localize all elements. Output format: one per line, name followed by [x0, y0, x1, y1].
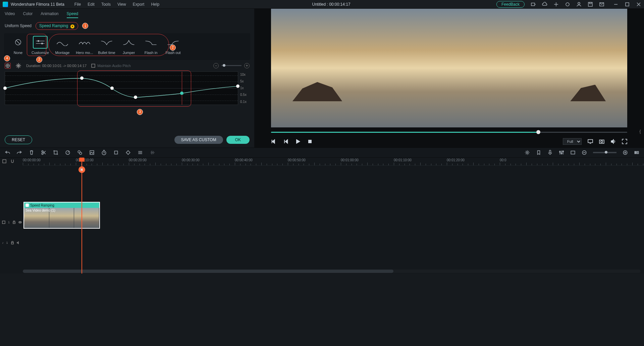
- svg-rect-25: [549, 150, 551, 153]
- eye-icon[interactable]: [18, 221, 22, 224]
- zoom-out-tl-icon[interactable]: [582, 150, 587, 155]
- speed-panel: Video Color Animation Speed Uniform Spee…: [0, 9, 254, 148]
- menu-file[interactable]: File: [74, 2, 81, 7]
- sparkle-icon[interactable]: [553, 2, 559, 7]
- duration-value: 00:00:10:01 -> 00:00:14:17: [42, 64, 87, 68]
- feedback-button[interactable]: FeedBack: [496, 1, 525, 8]
- gear-icon[interactable]: [525, 150, 530, 155]
- speed-icon[interactable]: [65, 150, 70, 155]
- delete-icon[interactable]: [29, 150, 34, 155]
- display-icon[interactable]: [588, 139, 593, 144]
- lock-icon[interactable]: [12, 221, 16, 224]
- svg-rect-4: [589, 2, 591, 4]
- crop-icon[interactable]: [53, 150, 58, 155]
- preview-scrubber[interactable]: { } 00:00:11:01: [271, 130, 627, 135]
- adjust-icon[interactable]: [138, 150, 143, 155]
- menu-export[interactable]: Export: [133, 2, 145, 7]
- svg-rect-13: [588, 139, 593, 142]
- expand-icon[interactable]: [113, 150, 119, 155]
- close-icon[interactable]: [636, 2, 641, 7]
- svg-rect-35: [2, 221, 5, 224]
- svg-point-15: [601, 141, 603, 143]
- save-icon[interactable]: [588, 2, 593, 7]
- tab-animation[interactable]: Animation: [41, 11, 58, 18]
- tab-speed[interactable]: Speed: [67, 11, 78, 18]
- lock-icon[interactable]: [11, 241, 14, 244]
- menu-view[interactable]: View: [117, 2, 126, 7]
- svg-rect-34: [3, 160, 6, 163]
- prev-frame-icon[interactable]: [271, 139, 276, 144]
- speed-graph[interactable]: [5, 71, 238, 105]
- duration-icon[interactable]: [101, 150, 107, 155]
- zoom-out-icon[interactable]: −: [213, 63, 219, 68]
- menu-help[interactable]: Help: [151, 2, 159, 7]
- keyframe-icon[interactable]: [125, 150, 131, 155]
- freeze-icon[interactable]: [15, 63, 21, 69]
- split-icon[interactable]: [41, 150, 46, 155]
- svg-point-24: [527, 152, 528, 154]
- save-as-custom-button[interactable]: SAVE AS CUSTOM: [174, 136, 223, 144]
- headset-icon[interactable]: [565, 2, 570, 7]
- maximize-icon[interactable]: [625, 2, 630, 7]
- export-icon[interactable]: [531, 2, 536, 7]
- quality-select[interactable]: Full: [563, 138, 582, 145]
- preview-panel: { } 00:00:11:01 Full: [254, 9, 644, 148]
- subtab-speed-ramping[interactable]: Speed Ramping ▾: [36, 22, 78, 30]
- volume-icon[interactable]: [610, 139, 616, 144]
- step-back-icon[interactable]: [283, 139, 288, 144]
- maintain-pitch-checkbox[interactable]: Maintain Audio Pitch: [91, 64, 131, 68]
- track-view-icon[interactable]: [2, 159, 7, 165]
- minimize-icon[interactable]: [613, 2, 619, 7]
- cloud-icon[interactable]: [542, 2, 547, 7]
- duration-label: Duration:: [26, 64, 41, 68]
- undo-icon[interactable]: [5, 150, 10, 155]
- redo-icon[interactable]: [17, 150, 22, 155]
- mute-icon[interactable]: [17, 241, 20, 244]
- tab-video[interactable]: Video: [5, 11, 15, 18]
- audio-wave-icon[interactable]: [150, 150, 155, 155]
- user-icon[interactable]: [576, 2, 582, 7]
- zoom-slider[interactable]: [593, 152, 616, 153]
- audio-track-head[interactable]: ♪1: [0, 236, 23, 249]
- svg-rect-32: [635, 152, 636, 154]
- timeline-scrollbar[interactable]: [23, 270, 641, 273]
- mic-icon[interactable]: [547, 150, 553, 155]
- svg-rect-39: [11, 242, 13, 244]
- play-icon[interactable]: [295, 139, 301, 144]
- stop-icon[interactable]: [307, 139, 313, 144]
- chevron-down-icon: ▾: [70, 24, 74, 28]
- timeline[interactable]: 00:00:00:00 00:00:10:00 00:00:20:00 00:0…: [0, 158, 644, 274]
- project-title: Untitled : 00:00:14:17: [166, 2, 496, 7]
- magnet-icon[interactable]: [10, 159, 15, 165]
- mail-icon[interactable]: [599, 2, 604, 7]
- zoom-in-tl-icon[interactable]: [623, 150, 628, 155]
- timeline-clip[interactable]: Speed Ramping: [23, 202, 100, 229]
- timeline-ruler[interactable]: 00:00:00:00 00:00:10:00 00:00:20:00 00:0…: [23, 158, 644, 166]
- preview-viewport[interactable]: [271, 9, 627, 127]
- reset-button[interactable]: RESET: [5, 135, 32, 144]
- render-icon[interactable]: [570, 150, 576, 155]
- bracket-left-icon[interactable]: {: [640, 129, 641, 134]
- svg-point-1: [566, 3, 569, 6]
- timeline-playhead[interactable]: [82, 158, 82, 274]
- green-screen-icon[interactable]: [89, 150, 95, 155]
- tab-color[interactable]: Color: [23, 11, 33, 18]
- svg-point-38: [20, 222, 20, 223]
- color-icon[interactable]: [77, 150, 83, 155]
- video-track-head[interactable]: 1: [0, 209, 23, 236]
- snapshot-icon[interactable]: [599, 139, 604, 144]
- ok-button[interactable]: OK: [226, 136, 250, 144]
- svg-rect-11: [92, 64, 95, 67]
- fit-icon[interactable]: [634, 150, 639, 155]
- fullscreen-icon[interactable]: [622, 139, 627, 144]
- subtab-uniform[interactable]: Uniform Speed: [5, 23, 32, 28]
- playhead-grab-icon[interactable]: [78, 166, 85, 173]
- marker-icon[interactable]: [536, 150, 541, 155]
- svg-point-27: [561, 153, 562, 154]
- preset-none[interactable]: None: [8, 36, 28, 55]
- add-keyframe-icon[interactable]: [5, 63, 11, 69]
- zoom-in-icon[interactable]: +: [244, 63, 250, 68]
- menu-tools[interactable]: Tools: [101, 2, 111, 7]
- menu-edit[interactable]: Edit: [88, 2, 95, 7]
- mixer-icon[interactable]: [559, 150, 564, 155]
